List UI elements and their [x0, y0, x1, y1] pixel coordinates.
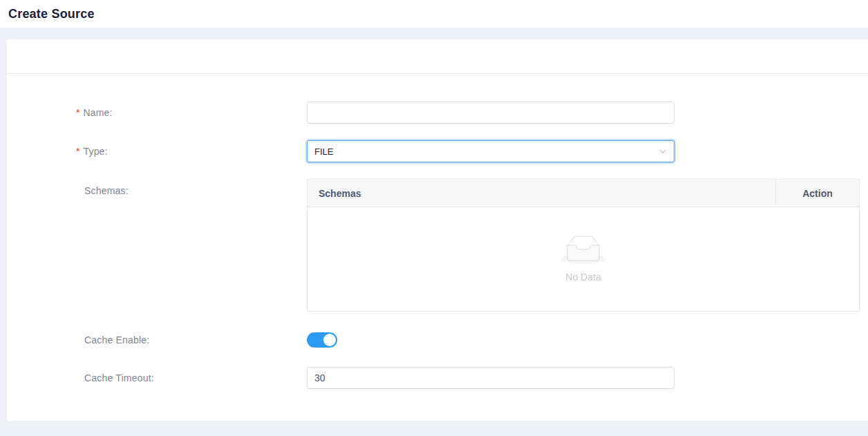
- required-asterisk: *: [76, 108, 79, 117]
- cache-enable-label: Cache Enable:: [7, 334, 307, 345]
- column-header-action: Action: [776, 180, 859, 207]
- column-header-schemas: Schemas: [308, 180, 776, 207]
- create-source-form: * Name: * Type: FILE: [7, 74, 868, 389]
- form-row-type: * Type: FILE: [7, 140, 868, 162]
- page-title: Create Source: [8, 7, 95, 21]
- required-asterisk: *: [76, 146, 79, 156]
- form-row-cache-timeout: Cache Timeout:: [7, 367, 868, 389]
- name-input[interactable]: [307, 102, 674, 124]
- cache-timeout-label: Cache Timeout:: [7, 372, 307, 383]
- toggle-knob: [323, 334, 336, 346]
- type-select[interactable]: FILE: [307, 140, 674, 162]
- name-label: * Name:: [7, 107, 307, 118]
- form-row-schemas: Schemas: Schemas Action: [7, 179, 868, 312]
- type-select-value: FILE: [314, 146, 333, 157]
- schemas-table: Schemas Action: [307, 179, 860, 312]
- form-row-cache-enable: Cache Enable:: [7, 332, 868, 348]
- schemas-table-header: Schemas Action: [308, 180, 859, 207]
- schemas-label: Schemas:: [7, 179, 307, 196]
- empty-state-text: No Data: [565, 272, 601, 283]
- type-label: * Type:: [7, 146, 307, 157]
- form-row-name: * Name:: [7, 102, 868, 124]
- card-header: [7, 39, 868, 74]
- cache-timeout-input[interactable]: [307, 367, 674, 389]
- cache-enable-toggle[interactable]: [307, 332, 337, 348]
- chevron-down-icon: [659, 147, 667, 155]
- table-empty-state: No Data: [308, 207, 859, 311]
- create-source-card: * Name: * Type: FILE: [7, 39, 868, 421]
- empty-inbox-icon: [561, 236, 605, 266]
- top-header-bar: Create Source: [0, 0, 868, 28]
